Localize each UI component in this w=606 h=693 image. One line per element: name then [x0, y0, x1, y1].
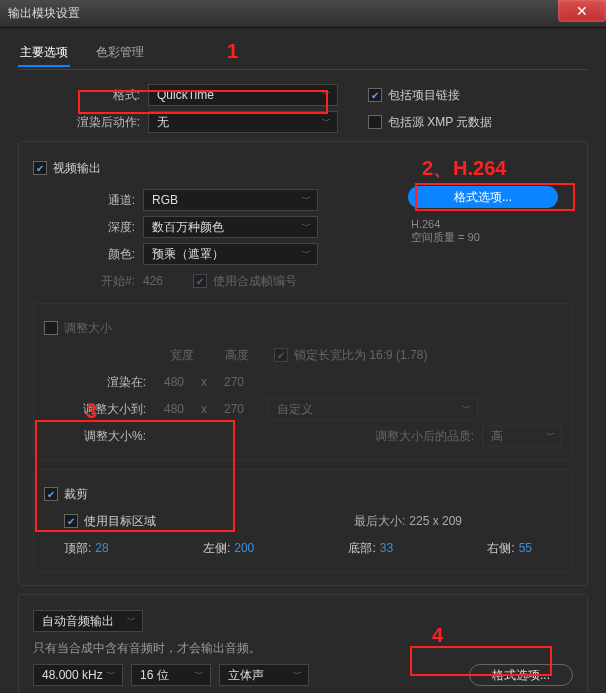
resize-to-label: 调整大小到: [44, 401, 154, 418]
width-header: 宽度 [154, 347, 209, 364]
format-options-button[interactable]: 格式选项... [408, 186, 558, 208]
color-label: 颜色: [33, 246, 143, 263]
tab-color-management[interactable]: 色彩管理 [94, 40, 146, 67]
video-output-section: 视频输出 通道: RGB 深度: 数百万种颜色 颜色: 预乘（遮罩） [18, 141, 588, 586]
use-roi-label: 使用目标区域 [84, 513, 156, 530]
start-value: 426 [143, 274, 193, 288]
format-dropdown[interactable]: QuickTime [148, 84, 338, 106]
codec-info: H.264 [393, 218, 573, 230]
audio-format-options-button[interactable]: 格式选项... [469, 664, 573, 686]
use-comp-frame-checkbox [193, 274, 207, 288]
crop-left-value[interactable]: 200 [234, 541, 254, 555]
use-roi-checkbox[interactable] [64, 514, 78, 528]
channel-dropdown[interactable]: RGB [143, 189, 318, 211]
render-at-label: 渲染在: [44, 374, 154, 391]
crop-checkbox[interactable] [44, 487, 58, 501]
quality-info: 空间质量 = 90 [393, 230, 573, 245]
include-xmp-checkbox[interactable] [368, 115, 382, 129]
crop-bottom-label: 底部: [348, 540, 375, 557]
height-header: 高度 [209, 347, 264, 364]
audio-type-dropdown[interactable]: 立体声 [219, 664, 309, 686]
render-width: 480 [154, 375, 194, 389]
depth-dropdown[interactable]: 数百万种颜色 [143, 216, 318, 238]
color-dropdown[interactable]: 预乘（遮罩） [143, 243, 318, 265]
audio-note: 只有当合成中含有音频时，才会输出音频。 [33, 640, 261, 657]
include-project-link-checkbox[interactable] [368, 88, 382, 102]
include-project-link-label: 包括项目链接 [388, 87, 460, 104]
crop-top-value[interactable]: 28 [95, 541, 108, 555]
crop-right-value[interactable]: 55 [519, 541, 532, 555]
depth-label: 深度: [33, 219, 143, 236]
resize-quality-label: 调整大小后的品质: [375, 428, 474, 445]
lock-ratio-label: 锁定长宽比为 16:9 (1.78) [294, 347, 427, 364]
resize-pct-label: 调整大小%: [44, 428, 154, 445]
close-icon: ✕ [576, 3, 588, 19]
video-output-checkbox[interactable] [33, 161, 47, 175]
lock-ratio-checkbox [274, 348, 288, 362]
final-size-label: 最后大小: [354, 513, 405, 530]
crop-bottom-value[interactable]: 33 [380, 541, 393, 555]
crop-top-label: 顶部: [64, 540, 91, 557]
audio-section: 自动音频输出 只有当合成中含有音频时，才会输出音频。 48.000 kHz 16… [18, 594, 588, 693]
resize-title: 调整大小 [64, 320, 112, 337]
include-xmp-label: 包括源 XMP 元数据 [388, 114, 492, 131]
resize-checkbox[interactable] [44, 321, 58, 335]
video-output-title: 视频输出 [53, 160, 101, 177]
start-label: 开始#: [33, 273, 143, 290]
window-title: 输出模块设置 [8, 5, 80, 22]
render-height: 270 [214, 375, 254, 389]
crop-left-label: 左侧: [203, 540, 230, 557]
titlebar: 输出模块设置 ✕ [0, 0, 606, 28]
postrender-label: 渲染后动作: [38, 114, 148, 131]
use-comp-frame-label: 使用合成帧编号 [213, 273, 297, 290]
tab-main-options[interactable]: 主要选项 [18, 40, 70, 67]
resize-quality-dropdown: 高 [482, 425, 562, 447]
resize-height: 270 [214, 402, 254, 416]
resize-preset-dropdown: 自定义 [268, 398, 478, 420]
crop-right-label: 右侧: [487, 540, 514, 557]
final-size-value: 225 x 209 [409, 514, 462, 528]
channel-label: 通道: [33, 192, 143, 209]
close-button[interactable]: ✕ [558, 0, 606, 22]
audio-bit-dropdown[interactable]: 16 位 [131, 664, 211, 686]
format-label: 格式: [38, 87, 148, 104]
resize-width: 480 [154, 402, 194, 416]
postrender-dropdown[interactable]: 无 [148, 111, 338, 133]
crop-title: 裁剪 [64, 486, 88, 503]
audio-rate-dropdown[interactable]: 48.000 kHz [33, 664, 123, 686]
audio-mode-dropdown[interactable]: 自动音频输出 [33, 610, 143, 632]
tab-bar: 主要选项 色彩管理 [18, 40, 588, 70]
